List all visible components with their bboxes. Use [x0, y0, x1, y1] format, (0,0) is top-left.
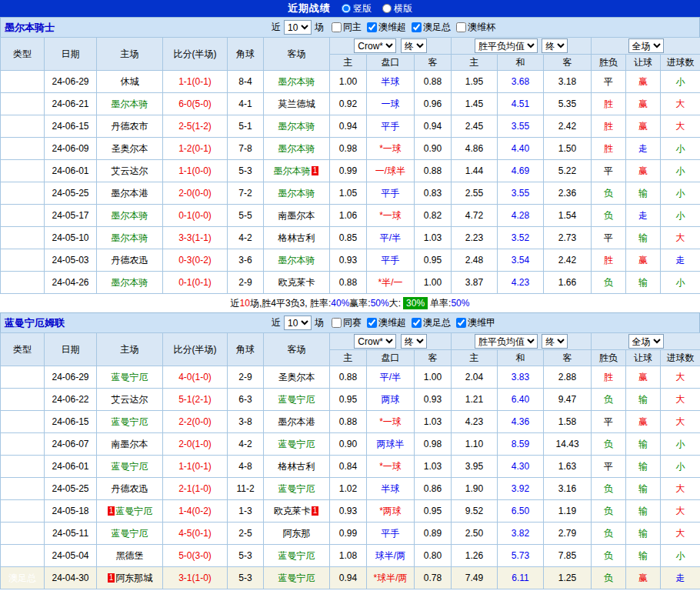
match-score[interactable]: 2-0(0-0): [163, 182, 228, 205]
filter-同赛[interactable]: 同赛: [332, 316, 362, 329]
match-score[interactable]: 2-5(1-2): [163, 115, 228, 138]
filter-澳维超[interactable]: 澳维超: [367, 21, 406, 34]
away-team[interactable]: 莫兰德城: [264, 93, 330, 115]
filter-checkbox[interactable]: [367, 22, 377, 32]
filter-checkbox[interactable]: [456, 22, 466, 32]
away-team[interactable]: 墨尔本港: [264, 411, 330, 433]
euro-odds-time-select[interactable]: 终: [542, 38, 568, 53]
filter-checkbox[interactable]: [332, 318, 342, 328]
euro-draw-odds: 4.40: [498, 138, 544, 160]
filter-同主[interactable]: 同主: [332, 21, 362, 34]
match-score[interactable]: 4-0(1-0): [163, 366, 228, 389]
home-team[interactable]: 墨尔本骑: [97, 93, 163, 115]
asia-odds-time-select[interactable]: 终: [401, 334, 427, 349]
match-score[interactable]: 1-1(0-0): [163, 160, 228, 182]
match-score[interactable]: 0-1(0-1): [163, 272, 228, 294]
away-team[interactable]: 欧克莱卡: [264, 272, 330, 294]
match-score[interactable]: 5-1(2-1): [163, 389, 228, 411]
home-team[interactable]: 圣奥尔本: [97, 138, 163, 160]
bookmaker-select[interactable]: Crow*: [354, 38, 396, 53]
filter-澳维杯[interactable]: 澳维杯: [456, 21, 495, 34]
away-team[interactable]: 格林古利: [264, 456, 330, 478]
filter-澳维超[interactable]: 澳维超: [367, 316, 406, 329]
asia-odds-time-select[interactable]: 终: [401, 38, 427, 53]
away-team[interactable]: 蓝曼宁厄: [264, 545, 330, 567]
away-team[interactable]: 墨尔本骑: [264, 115, 330, 138]
team-title: 墨尔本骑士: [1, 21, 55, 35]
corner-score: 8-4: [228, 71, 264, 93]
result-goals: 大: [661, 523, 700, 545]
home-team[interactable]: 1蓝曼宁厄: [97, 500, 163, 523]
bookmaker-select[interactable]: Crow*: [354, 334, 396, 349]
match-count-select[interactable]: 10: [284, 20, 312, 35]
filter-checkbox[interactable]: [332, 22, 342, 32]
home-team[interactable]: 墨尔本港: [97, 182, 163, 205]
record-summary: 近10场,胜4平3负3, 胜率:40% 赢率:50% 大:30% 单率:50%: [0, 294, 700, 312]
home-team[interactable]: 黑德堡: [97, 545, 163, 567]
match-date: 24-06-07: [45, 433, 97, 456]
away-team[interactable]: 墨尔本骑1: [264, 160, 330, 182]
home-team[interactable]: 艾云达尔: [97, 160, 163, 182]
match-score[interactable]: 0-3(0-2): [163, 249, 228, 272]
filter-澳足总[interactable]: 澳足总: [412, 316, 451, 329]
home-team[interactable]: 蓝曼宁厄: [97, 456, 163, 478]
away-team[interactable]: 欧克莱卡1: [264, 500, 330, 523]
filter-checkbox[interactable]: [412, 22, 422, 32]
match-score[interactable]: 2-1(1-0): [163, 478, 228, 500]
match-score[interactable]: 1-1(0-1): [163, 71, 228, 93]
home-team[interactable]: 休城: [97, 71, 163, 93]
match-score[interactable]: 0-1(0-0): [163, 205, 228, 227]
radio-input[interactable]: [342, 4, 351, 13]
home-team[interactable]: 丹德农市: [97, 115, 163, 138]
layout-radio-横版[interactable]: 横版: [382, 2, 412, 15]
away-team[interactable]: 蓝曼宁厄: [264, 433, 330, 456]
match-score[interactable]: 6-0(5-0): [163, 93, 228, 115]
match-count-select[interactable]: 10: [284, 316, 312, 330]
euro-odds-time-select[interactable]: 终: [542, 334, 568, 349]
away-team[interactable]: 阿东那: [264, 523, 330, 545]
match-score[interactable]: 5-0(3-0): [163, 545, 228, 567]
result-goals: 小: [661, 182, 700, 205]
filter-checkbox[interactable]: [456, 318, 466, 328]
home-team[interactable]: 南墨尔本: [97, 433, 163, 456]
match-score[interactable]: 1-2(0-1): [163, 138, 228, 160]
away-team[interactable]: 墨尔本骑: [264, 249, 330, 272]
euro-odds-select[interactable]: 胜平负均值: [475, 334, 538, 349]
home-team[interactable]: 墨尔本骑: [97, 272, 163, 294]
home-team[interactable]: 墨尔本骑: [97, 205, 163, 227]
radio-input[interactable]: [382, 4, 392, 13]
scope-select[interactable]: 全场: [628, 334, 664, 349]
match-score[interactable]: 4-5(0-1): [163, 523, 228, 545]
filter-澳维甲[interactable]: 澳维甲: [456, 316, 495, 329]
scope-select[interactable]: 全场: [628, 38, 664, 53]
away-team[interactable]: 南墨尔本: [264, 205, 330, 227]
away-team[interactable]: 蓝曼宁厄: [264, 478, 330, 500]
home-team[interactable]: 蓝曼宁厄: [97, 411, 163, 433]
away-team[interactable]: 格林古利: [264, 227, 330, 249]
filter-checkbox[interactable]: [367, 318, 377, 328]
filter-澳足总[interactable]: 澳足总: [412, 21, 451, 34]
home-team[interactable]: 丹德农迅: [97, 478, 163, 500]
away-team[interactable]: 墨尔本骑: [264, 138, 330, 160]
away-team[interactable]: 蓝曼宁厄: [264, 389, 330, 411]
away-team[interactable]: 圣奥尔本: [264, 366, 330, 389]
home-team[interactable]: 蓝曼宁厄: [97, 523, 163, 545]
away-team[interactable]: 墨尔本骑: [264, 71, 330, 93]
euro-odds-select[interactable]: 胜平负均值: [475, 38, 538, 53]
home-team[interactable]: 1阿东那城: [97, 567, 163, 589]
asia-handicap: 平手: [367, 115, 415, 138]
match-score[interactable]: 2-0(1-0): [163, 433, 228, 456]
match-score[interactable]: 2-2(0-0): [163, 411, 228, 433]
match-score[interactable]: 1-1(0-1): [163, 456, 228, 478]
match-score[interactable]: 1-4(0-2): [163, 500, 228, 523]
match-score[interactable]: 3-1(1-0): [163, 567, 228, 589]
layout-radio-竖版[interactable]: 竖版: [342, 2, 372, 15]
match-score[interactable]: 3-3(1-1): [163, 227, 228, 249]
filter-checkbox[interactable]: [412, 318, 422, 328]
away-team[interactable]: 蓝曼宁厄: [264, 567, 330, 589]
home-team[interactable]: 墨尔本骑: [97, 227, 163, 249]
home-team[interactable]: 丹德农迅: [97, 249, 163, 272]
home-team[interactable]: 艾云达尔: [97, 389, 163, 411]
home-team[interactable]: 蓝曼宁厄: [97, 366, 163, 389]
away-team[interactable]: 墨尔本骑: [264, 182, 330, 205]
